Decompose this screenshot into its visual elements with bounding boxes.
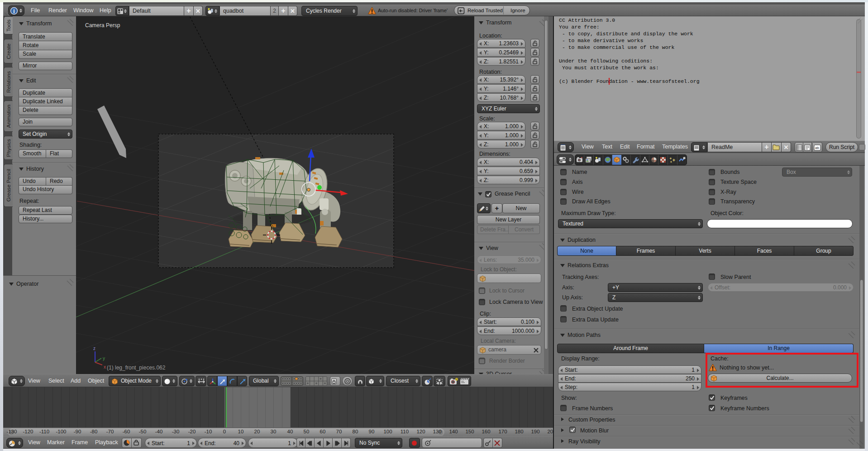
svg-text:i: i: [13, 8, 14, 14]
svg-text:ab: ab: [815, 146, 819, 150]
svg-text:y: y: [103, 356, 105, 361]
svg-text:z: z: [93, 346, 95, 351]
svg-text:x: x: [104, 365, 106, 369]
